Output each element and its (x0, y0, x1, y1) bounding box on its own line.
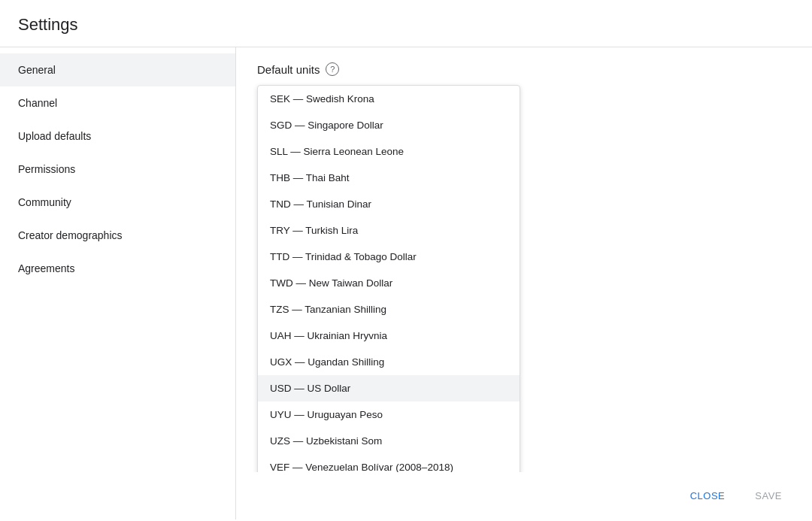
currency-item-usd[interactable]: USD — US Dollar (258, 375, 520, 401)
currency-item-try[interactable]: TRY — Turkish Lira (258, 217, 520, 244)
currency-item-thb[interactable]: THB — Thai Baht (258, 165, 520, 191)
currency-item-tzs[interactable]: TZS — Tanzanian Shilling (258, 296, 520, 323)
currency-item-sll[interactable]: SLL — Sierra Leonean Leone (258, 138, 520, 165)
sidebar-item-permissions[interactable]: Permissions (0, 153, 235, 186)
sidebar: GeneralChannelUpload defaultsPermissions… (0, 47, 236, 519)
sidebar-item-general[interactable]: General (0, 53, 235, 86)
currency-item-uyu[interactable]: UYU — Uruguayan Peso (258, 401, 520, 428)
currency-item-ttd[interactable]: TTD — Trinidad & Tobago Dollar (258, 244, 520, 270)
bottom-bar: CLOSE SAVE (236, 472, 812, 519)
page-header: Settings (0, 0, 812, 47)
sidebar-item-community[interactable]: Community (0, 186, 235, 219)
currency-item-sgd[interactable]: SGD — Singapore Dollar (258, 112, 520, 138)
currency-item-uah[interactable]: UAH — Ukrainian Hryvnia (258, 323, 520, 349)
content-area: GeneralChannelUpload defaultsPermissions… (0, 47, 812, 519)
help-icon[interactable]: ? (326, 62, 339, 76)
sidebar-item-channel[interactable]: Channel (0, 86, 235, 120)
currency-item-twd[interactable]: TWD — New Taiwan Dollar (258, 270, 520, 296)
close-button[interactable]: CLOSE (678, 484, 738, 507)
save-button[interactable]: SAVE (743, 484, 794, 507)
main-content: Default units ? SEK — Swedish KronaSGD —… (236, 47, 812, 519)
section-header: Default units ? (257, 62, 791, 76)
currency-item-ugx[interactable]: UGX — Ugandan Shilling (258, 349, 520, 375)
sidebar-item-creator-demographics[interactable]: Creator demographics (0, 219, 235, 252)
currency-item-tnd[interactable]: TND — Tunisian Dinar (258, 191, 520, 217)
page-title: Settings (18, 15, 794, 35)
currency-item-sek[interactable]: SEK — Swedish Krona (258, 86, 520, 112)
sidebar-item-upload-defaults[interactable]: Upload defaults (0, 120, 235, 153)
sidebar-item-agreements[interactable]: Agreements (0, 252, 235, 285)
section-title: Default units (257, 63, 320, 76)
currency-dropdown-list[interactable]: SEK — Swedish KronaSGD — Singapore Dolla… (257, 85, 520, 481)
currency-item-uzs[interactable]: UZS — Uzbekistani Som (258, 428, 520, 454)
